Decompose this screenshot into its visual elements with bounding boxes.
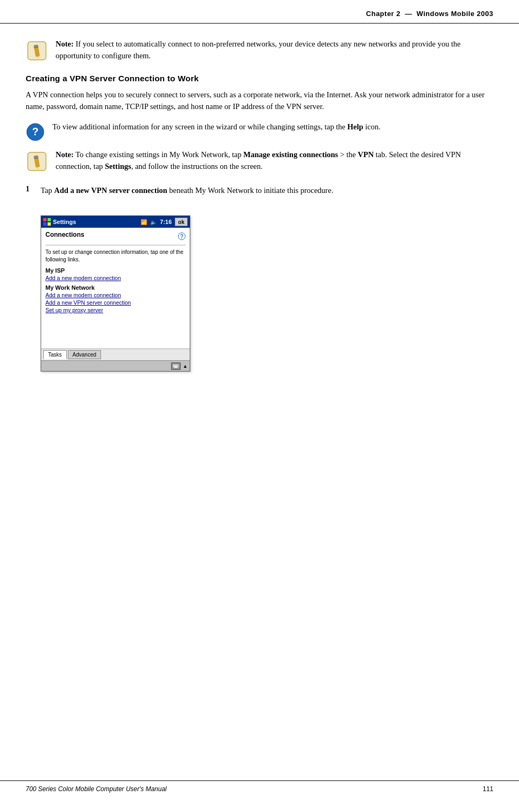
ss-tabbar: Tasks Advanced (41, 349, 190, 360)
content-area: Note: If you select to automatically con… (0, 38, 519, 404)
svg-rect-22 (174, 367, 177, 368)
note1-box: Note: If you select to automatically con… (26, 38, 493, 62)
note2-label: Note: (56, 150, 74, 159)
ss-my-work-label: My Work Network (45, 284, 185, 291)
ss-titlebar-left: Settings (43, 218, 76, 226)
info-text: To view additional information for any s… (52, 121, 381, 133)
step1: 1 Tap Add a new VPN server connection be… (26, 184, 493, 196)
svg-rect-12 (43, 218, 47, 221)
note2-text: Note: To change existing settings in My … (56, 149, 493, 173)
note2-box: Note: To change existing settings in My … (26, 149, 493, 173)
svg-text:?: ? (32, 126, 38, 137)
windows-start-icon (43, 218, 51, 226)
ss-keyboard-icon[interactable] (171, 362, 181, 370)
ss-sysbar: ▲ (41, 360, 190, 371)
ss-header-bar: Connections ? (45, 231, 185, 242)
section-body: A VPN connection helps you to securely c… (26, 89, 493, 113)
header-doc-title: Windows Mobile 2003 (416, 10, 493, 18)
chapter-num: 2 (397, 10, 401, 18)
screenshot: Settings 📶 🔈 7:16 ok Connections ? (41, 215, 190, 372)
ss-app-name: Settings (53, 219, 76, 225)
footer-left: 700 Series Color Mobile Computer User's … (26, 785, 167, 793)
ss-scroll-up[interactable]: ▲ (183, 364, 188, 369)
header-title: Chapter 2 — Windows Mobile 2003 (366, 10, 493, 18)
svg-rect-15 (48, 222, 51, 226)
ss-signal-icon: 📶 (141, 219, 147, 225)
note1-text: Note: If you select to automatically con… (56, 38, 493, 62)
ss-tab-tasks[interactable]: Tasks (43, 350, 67, 359)
svg-rect-18 (175, 365, 176, 366)
ss-spacer (45, 314, 185, 346)
help-icon: ? (26, 122, 45, 142)
ss-screen-content: Connections ? To set up or change connec… (41, 228, 190, 349)
svg-rect-14 (43, 222, 47, 226)
ss-add-modem-isp[interactable]: Add a new modem connection (45, 275, 185, 281)
ss-add-modem-work[interactable]: Add a new modem connection (45, 292, 185, 298)
screenshot-container: Settings 📶 🔈 7:16 ok Connections ? (41, 215, 190, 372)
step1-number: 1 (26, 184, 35, 196)
note1-label: Note: (56, 40, 74, 48)
pencil-icon-2 (26, 150, 48, 173)
ss-titlebar-icons: 📶 🔈 7:16 ok (141, 218, 188, 226)
ss-add-vpn-link[interactable]: Add a new VPN server connection (45, 299, 185, 306)
footer-right: 111 (483, 785, 493, 793)
svg-rect-13 (48, 218, 51, 221)
ss-help-icon[interactable]: ? (178, 233, 185, 240)
page-header: Chapter 2 — Windows Mobile 2003 (0, 0, 519, 24)
step1-text: Tap Add a new VPN server connection bene… (41, 184, 334, 196)
pencil-icon (26, 40, 48, 62)
ss-my-isp-label: My ISP (45, 267, 185, 274)
svg-rect-17 (173, 365, 174, 366)
keyboard-svg (173, 364, 179, 368)
ss-volume-icon: 🔈 (150, 219, 157, 225)
ss-ok-button[interactable]: ok (175, 218, 188, 226)
ss-proxy-link[interactable]: Set up my proxy server (45, 307, 185, 313)
ss-connections-title: Connections (45, 231, 84, 239)
chapter-label: Chapter (366, 10, 394, 18)
ss-description: To set up or change connection informati… (45, 249, 185, 263)
page-container: Chapter 2 — Windows Mobile 2003 Note: (0, 0, 519, 812)
header-separator: — (405, 10, 413, 18)
svg-rect-20 (178, 365, 179, 366)
svg-rect-21 (173, 366, 178, 367)
ss-tab-advanced[interactable]: Advanced (68, 350, 101, 359)
info-box: ? To view additional information for any… (26, 121, 493, 142)
svg-rect-19 (176, 365, 177, 366)
ss-time: 7:16 (160, 219, 172, 225)
section-heading: Creating a VPN Server Connection to Work (26, 74, 493, 83)
ss-titlebar: Settings 📶 🔈 7:16 ok (41, 216, 190, 228)
page-footer: 700 Series Color Mobile Computer User's … (0, 780, 519, 797)
